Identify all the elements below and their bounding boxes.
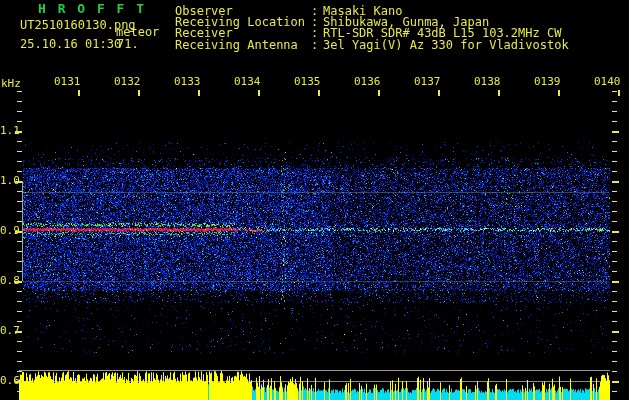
counter-label: 71.: [117, 38, 139, 50]
time-label: 0139: [534, 76, 561, 87]
time-label: 0133: [174, 76, 201, 87]
freq-label: 1.0: [0, 175, 20, 186]
time-label: 0131: [54, 76, 81, 87]
datetime-label: 25.10.16 01:30: [20, 38, 121, 50]
info-label-antenna: Receiving Antenna: [175, 39, 298, 51]
time-label: 0135: [294, 76, 321, 87]
time-label: 0136: [354, 76, 381, 87]
app-title: H R O F F T: [38, 2, 146, 15]
info-colon: :: [311, 39, 318, 51]
freq-label: 0.9: [0, 225, 20, 236]
time-label: 0137: [414, 76, 441, 87]
freq-axis-unit: kHz: [1, 78, 21, 89]
time-label: 0134: [234, 76, 261, 87]
freq-label: 1.1: [0, 125, 20, 136]
freq-label: 0.7: [0, 325, 20, 336]
info-value-antenna: 3el Yagi(V) Az 330 for Vladivostok: [323, 39, 569, 51]
freq-label: 0.8: [0, 275, 20, 286]
freq-label: 0.6: [0, 375, 20, 386]
time-label: 0138: [474, 76, 501, 87]
hrofft-screen: { "header": { "title": "H R O F F T", "f…: [0, 0, 629, 400]
time-label: 0140: [594, 76, 621, 87]
time-label: 0132: [114, 76, 141, 87]
spectrogram-canvas: [0, 0, 629, 400]
